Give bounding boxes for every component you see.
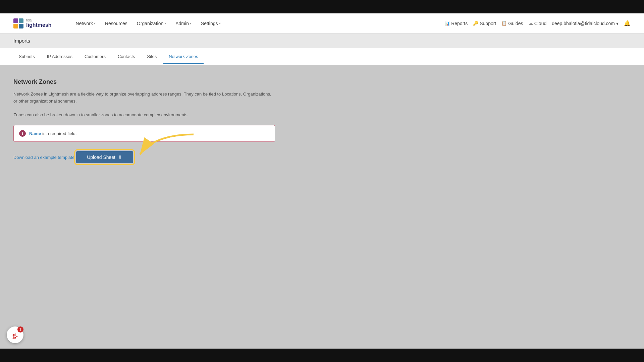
section-title: Network Zones	[13, 78, 631, 85]
chevron-down-icon: ▾	[94, 21, 96, 25]
tab-network-zones[interactable]: Network Zones	[163, 50, 203, 64]
cloud-icon: ☁	[529, 21, 533, 26]
inner-content: Network Zones Network Zones in Lightmesh…	[0, 65, 644, 180]
info-icon: i	[19, 130, 26, 137]
logo-text: tidal lightmesh	[26, 18, 52, 28]
bottom-bar	[0, 349, 644, 362]
template-download-link[interactable]: Download an example template	[13, 155, 74, 160]
logo[interactable]: tidal lightmesh	[13, 18, 52, 28]
tab-ip-addresses[interactable]: IP Addresses	[42, 50, 78, 64]
upload-icon: ⬇	[118, 155, 122, 160]
nav-cloud[interactable]: ☁ Cloud	[529, 21, 547, 26]
tab-customers[interactable]: Customers	[79, 50, 111, 64]
tab-bar: Subnets IP Addresses Customers Contacts …	[0, 48, 644, 65]
upload-sheet-button[interactable]: Upload Sheet ⬇	[76, 151, 133, 163]
g-avatar[interactable]: g. 3	[7, 326, 23, 343]
nav-support[interactable]: 🔑 Support	[473, 21, 496, 26]
chevron-down-icon: ▾	[164, 21, 166, 25]
section-desc-1: Network Zones in Lightmesh are a flexibl…	[13, 91, 275, 105]
logo-tidal: tidal	[26, 18, 52, 22]
header: tidal lightmesh Network ▾ Resources Orga…	[0, 13, 644, 34]
chevron-down-icon: ▾	[190, 21, 192, 25]
svg-rect-0	[13, 18, 18, 23]
svg-rect-1	[19, 18, 23, 23]
nav-right: 📊 Reports 🔑 Support 📋 Guides ☁ Cloud dee…	[445, 20, 631, 26]
tab-contacts[interactable]: Contacts	[112, 50, 140, 64]
content-area: Subnets IP Addresses Customers Contacts …	[0, 48, 644, 349]
g-letter: g.	[12, 330, 18, 339]
upload-section: Upload Sheet ⬇	[76, 151, 133, 163]
tab-sites[interactable]: Sites	[142, 50, 162, 64]
nav-admin[interactable]: Admin ▾	[171, 19, 196, 28]
user-menu[interactable]: deep.bhalotia@tidalcloud.com ▾	[552, 21, 619, 26]
logo-icon	[13, 18, 23, 28]
book-icon: 📋	[501, 21, 507, 26]
nav-resources[interactable]: Resources	[101, 19, 131, 28]
nav-settings[interactable]: Settings ▾	[197, 19, 225, 28]
tab-subnets[interactable]: Subnets	[13, 50, 40, 64]
notification-bell[interactable]: 🔔	[624, 20, 631, 26]
breadcrumb: Imports	[13, 38, 30, 44]
logo-lightmesh: lightmesh	[26, 22, 52, 28]
main-nav: Network ▾ Resources Organization ▾ Admin…	[72, 19, 445, 28]
nav-organization[interactable]: Organization ▾	[133, 19, 170, 28]
alert-text: Name is a required field.	[29, 131, 77, 136]
main-wrapper: tidal lightmesh Network ▾ Resources Orga…	[0, 13, 644, 349]
section-desc-2: Zones can also be broken down in to smal…	[13, 112, 275, 119]
nav-reports[interactable]: 📊 Reports	[445, 21, 468, 26]
chart-icon: 📊	[445, 21, 450, 26]
breadcrumb-bar: Imports	[0, 34, 644, 48]
nav-network[interactable]: Network ▾	[72, 19, 100, 28]
g-badge: 3	[17, 326, 23, 333]
validation-alert: i Name is a required field.	[13, 125, 275, 142]
svg-rect-3	[19, 24, 23, 28]
nav-guides[interactable]: 📋 Guides	[501, 21, 523, 26]
key-icon: 🔑	[473, 21, 478, 26]
chevron-down-icon: ▾	[616, 21, 619, 26]
svg-rect-2	[13, 24, 18, 28]
top-bar	[0, 0, 644, 13]
chevron-down-icon: ▾	[219, 21, 221, 25]
